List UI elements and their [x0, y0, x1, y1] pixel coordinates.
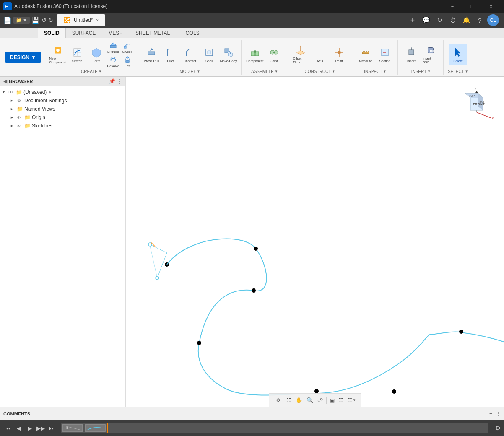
tree-collapse-left-icon[interactable]: ▼	[2, 90, 8, 94]
construct-plane-button[interactable]: Offset Plane	[291, 44, 310, 65]
tree-arrow-namedviews[interactable]: ►	[10, 107, 16, 111]
timeline-last-button[interactable]: ⏭	[47, 423, 56, 433]
svg-text:F: F	[5, 3, 8, 10]
construct-axis-button[interactable]: Axis	[311, 44, 329, 65]
timeline-play-button[interactable]: ▶	[25, 423, 34, 433]
browser-expand-icon[interactable]: ⋮	[117, 78, 122, 84]
grid-snap-button[interactable]: ☷	[285, 396, 293, 404]
new-file-button[interactable]: 📄	[3, 16, 12, 24]
tree-item-document-settings[interactable]: ► ⚙ Document Settings	[0, 96, 125, 105]
create-sketch-button[interactable]: Sketch	[68, 44, 86, 65]
modify-dropdown-arrow[interactable]: ▼	[197, 70, 200, 73]
tab-surface[interactable]: SURFACE	[66, 28, 102, 38]
new-component-assemble-button[interactable]: Component	[246, 44, 264, 65]
create-form-button[interactable]: Form	[87, 44, 106, 65]
doc-bar: 📄 📁 ▼ 💾 ↺ ↻ 🔀 Untitled* × + 💬 ↻ ⏱ 🔔 ? CL	[0, 13, 504, 28]
pan-button[interactable]: ✋	[294, 396, 304, 404]
tree-arrow-sketches[interactable]: ►	[10, 124, 16, 128]
view-cube[interactable]: Z X FRONT TOP RIGHT	[458, 85, 496, 123]
construct-point-button[interactable]: Point	[330, 44, 348, 65]
tree-item-origin[interactable]: ► 👁 📁 Origin	[0, 113, 125, 122]
insert-dropdown-arrow[interactable]: ▼	[427, 70, 431, 73]
extrude-button[interactable]: Extrude	[107, 41, 120, 54]
doc-tab[interactable]: 🔀 Untitled* ×	[57, 14, 105, 26]
sweep-button[interactable]: Sweep	[121, 41, 134, 54]
move-copy-button[interactable]: Move/Copy	[219, 44, 238, 65]
press-pull-button[interactable]: Press Pull	[142, 44, 161, 65]
comments-add-icon[interactable]: +	[489, 411, 492, 417]
section-analysis-button[interactable]: Section	[376, 44, 394, 65]
insert-svg-button[interactable]: DXF Insert DXF	[421, 44, 440, 65]
chat-icon[interactable]: 💬	[420, 14, 432, 26]
create-dropdown-arrow[interactable]: ▼	[99, 70, 102, 73]
doc-close-icon[interactable]: ×	[96, 18, 99, 23]
timeline-first-button[interactable]: ⏮	[3, 423, 13, 433]
redo-button[interactable]: ↻	[48, 17, 53, 23]
svg-rect-45	[409, 50, 414, 55]
new-component-button[interactable]: New Component	[49, 44, 67, 65]
close-button[interactable]: ×	[481, 0, 501, 13]
tab-solid[interactable]: SOLID	[38, 28, 66, 38]
comments-expand-icon[interactable]: ⋮	[496, 411, 501, 417]
svg-rect-11	[124, 46, 126, 48]
bell-icon[interactable]: 🔔	[460, 14, 472, 26]
shell-button[interactable]: Shell	[200, 44, 218, 65]
user-avatar[interactable]: CL	[487, 14, 499, 26]
fillet-button[interactable]: Fillet	[161, 44, 180, 65]
select-button[interactable]: Select	[449, 44, 467, 65]
browser-pin-icon[interactable]: 📌	[109, 78, 115, 84]
add-tab-button[interactable]: +	[407, 14, 418, 26]
refresh-icon[interactable]: ↻	[434, 14, 445, 26]
grid-button[interactable]: ☷	[337, 397, 345, 404]
browser-collapse-icon[interactable]: ◀	[3, 78, 7, 84]
assemble-dropdown-arrow[interactable]: ▼	[275, 70, 278, 73]
tree-item-root[interactable]: ▼ 👁 📁 (Unsaved) ●	[0, 88, 125, 96]
file-menu-button[interactable]: 📁 ▼	[13, 17, 30, 24]
zoom-button[interactable]: 🔍	[305, 396, 315, 404]
tree-options-icon[interactable]: ●	[48, 89, 51, 95]
undo-button[interactable]: ↺	[42, 17, 47, 23]
help-icon[interactable]: ?	[474, 14, 486, 26]
minimize-button[interactable]: −	[443, 0, 462, 13]
display-mode-button[interactable]: ▣	[328, 397, 336, 404]
joint-button[interactable]: Joint	[265, 44, 283, 65]
zoom-window-button[interactable]: ☍	[316, 396, 325, 404]
tree-item-named-views[interactable]: ► 📁 Named Views	[0, 105, 125, 113]
tree-eye-sketches-icon[interactable]: 👁	[17, 124, 23, 128]
tree-item-sketches[interactable]: ► 👁 📁 Sketches	[0, 122, 125, 130]
clock-icon[interactable]: ⏱	[447, 14, 459, 26]
fit-view-button[interactable]: ✥	[272, 395, 284, 405]
environment-button[interactable]: ☷▼	[346, 397, 358, 404]
design-mode-button[interactable]: DESIGN ▼	[2, 40, 44, 75]
timeline-prev-button[interactable]: ◀	[14, 423, 23, 433]
measure-button[interactable]: Measure	[356, 44, 375, 65]
viewport[interactable]: Z X FRONT TOP RIGHT ✥ ☷ ✋ 🔍 ☍ ▣	[126, 77, 504, 407]
design-label: DESIGN	[10, 54, 29, 60]
tree-eye-origin-icon[interactable]: 👁	[17, 115, 23, 120]
tree-folder-icon: 📁	[16, 89, 23, 95]
svg-point-13	[125, 60, 130, 63]
revolve-button[interactable]: Revolve	[107, 55, 120, 68]
timeline-frame2[interactable]	[85, 424, 106, 432]
construct-dropdown-arrow[interactable]: ▼	[332, 70, 335, 73]
tab-sheetmetal[interactable]: SHEET METAL	[129, 28, 176, 38]
loft-button[interactable]: Loft	[121, 55, 134, 68]
select-dropdown-arrow[interactable]: ▼	[465, 70, 468, 73]
chamfer-button[interactable]: Chamfer	[181, 44, 199, 65]
timeline-playhead[interactable]	[107, 423, 108, 433]
tree-visibility-icon[interactable]: 👁	[8, 90, 14, 95]
tree-arrow-origin[interactable]: ►	[10, 115, 16, 119]
doc-icon: 🔀	[63, 17, 70, 23]
timeline-settings-button[interactable]: ⚙	[495, 425, 501, 431]
save-button[interactable]: 💾	[31, 16, 40, 24]
tree-arrow-settings[interactable]: ►	[10, 99, 16, 103]
maximize-button[interactable]: □	[462, 0, 481, 13]
inspect-dropdown-arrow[interactable]: ▼	[383, 70, 387, 73]
timeline-track[interactable]	[61, 423, 488, 433]
timeline-frame1[interactable]	[62, 424, 83, 432]
tab-tools[interactable]: TOOLS	[176, 28, 205, 38]
tab-mesh[interactable]: MESH	[102, 28, 129, 38]
timeline-next-button[interactable]: ▶▶	[36, 423, 45, 433]
insert-mcmaster-button[interactable]: Insert	[402, 44, 421, 65]
insert-group: Insert DXF Insert DXF INSERT ▼	[399, 40, 444, 75]
